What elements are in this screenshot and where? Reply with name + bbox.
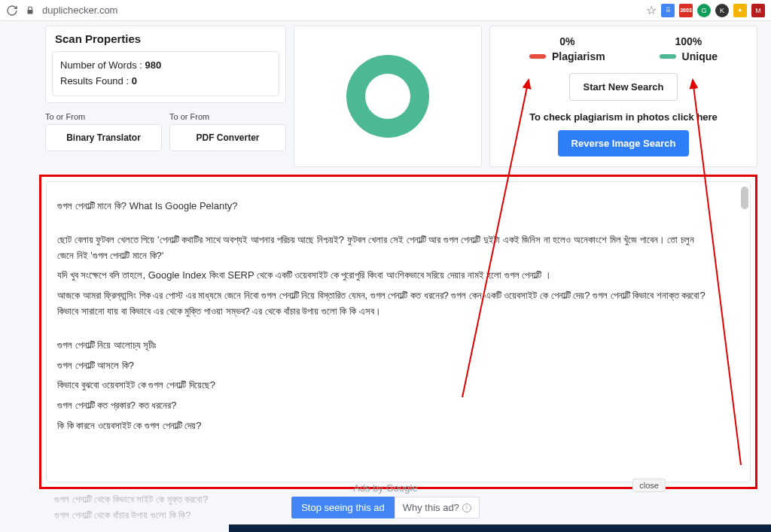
unique-label: Unique <box>682 50 718 62</box>
text-para-5: গুগল পেনাল্টি নিয়ে আলোচ্য সূচীঃ <box>57 338 712 354</box>
unique-metric: 100% Unique <box>660 35 718 62</box>
donut-chart <box>346 55 429 138</box>
content-textbox[interactable]: গুগল পেনাল্টি মানে কি? What Is Google Pe… <box>46 181 751 482</box>
url-text[interactable]: duplichecker.com <box>42 5 638 16</box>
chart-column <box>294 26 482 167</box>
star-ext-icon[interactable]: ✦ <box>733 4 747 17</box>
to-from-label-2: To or From <box>169 109 286 124</box>
results-column: 0% Plagiarism 100% Unique <box>489 26 757 167</box>
text-para-2: ছোট বেলায় ফুটবল খেলতে গিয়ে 'পেনাল্টি ক… <box>57 233 712 264</box>
ads-by-label: Ads by Google <box>0 482 771 494</box>
info-icon: i <box>462 503 471 512</box>
why-this-ad-button[interactable]: Why this ad?i <box>395 497 480 518</box>
donut-chart-card <box>294 26 482 167</box>
unique-value: 100% <box>660 35 718 47</box>
pdf-converter-button[interactable]: PDF Converter <box>169 124 286 151</box>
k-ext-icon[interactable]: K <box>715 4 729 17</box>
lock-icon <box>26 6 35 15</box>
reverse-image-search-button[interactable]: Reverse Image Search <box>558 130 690 157</box>
text-list-4: কি কি কারনে ওয়েবসাইট কে গুগল পেনাল্টি দ… <box>57 418 712 434</box>
page-content: Scan Properties Number of Words : 980 Re… <box>0 21 771 532</box>
results-row: Results Found : 0 <box>60 74 271 90</box>
check-plagiarism-text[interactable]: To check plagiarism in photos click here <box>502 111 745 123</box>
scan-properties-column: Scan Properties Number of Words : 980 Re… <box>45 26 286 167</box>
text-line-1: গুগল পেনাল্টি মানে কি? What Is Google Pe… <box>57 199 712 214</box>
plagiarism-metric: 0% Plagiarism <box>529 35 605 62</box>
translate-icon[interactable]: ⠿ <box>661 4 675 17</box>
browser-bar: duplichecker.com ☆ ⠿ 3603 G K ✦ M <box>0 0 771 21</box>
star-icon[interactable]: ☆ <box>646 3 657 17</box>
plagiarism-value: 0% <box>529 35 605 47</box>
text-list-3: গুগল পেনাল্টি কত প্রকার? কত ধরনের? <box>57 398 712 414</box>
content-textbox-highlight: গুগল পেনাল্টি মানে কি? What Is Google Pe… <box>39 175 757 489</box>
binary-translator-button[interactable]: Binary Translator <box>45 124 162 151</box>
text-para-4: আজকে আমরা ফ্রিল্যান্সিং গিক এর পোস্ট এর … <box>57 288 712 320</box>
word-count-row: Number of Words : 980 <box>60 58 271 74</box>
scrollbar-thumb[interactable] <box>741 187 748 209</box>
scan-properties-card: Scan Properties Number of Words : 980 Re… <box>45 26 286 103</box>
scan-properties-title: Scan Properties <box>46 26 285 51</box>
footer-strip <box>229 524 771 532</box>
plagiarism-label: Plagiarism <box>552 50 605 62</box>
stop-seeing-ad-button[interactable]: Stop seeing this ad <box>291 497 395 518</box>
unique-chip <box>660 54 676 59</box>
start-new-search-button[interactable]: Start New Search <box>569 73 678 101</box>
to-from-label-1: To or From <box>45 109 162 124</box>
grammarly-icon[interactable]: G <box>697 4 711 17</box>
plagiarism-chip <box>529 54 546 59</box>
m-ext-icon[interactable]: M <box>751 4 765 17</box>
reload-icon[interactable] <box>6 5 18 17</box>
text-para-3: যদি খুব সংক্ষেপে বলি তাহলে, Google Index… <box>57 268 712 284</box>
gmail-icon[interactable]: 3603 <box>679 4 693 17</box>
text-list-1: গুগল পেনাল্টি আসলে কি? <box>57 358 712 374</box>
text-list-2: কিভাবে বুঝবো ওয়েবসাইট কে গুগল পেনাল্টি … <box>57 378 712 394</box>
ads-container: Ads by Google Stop seeing this ad Why th… <box>0 482 771 518</box>
extension-icons: ☆ ⠿ 3603 G K ✦ M <box>646 3 765 17</box>
